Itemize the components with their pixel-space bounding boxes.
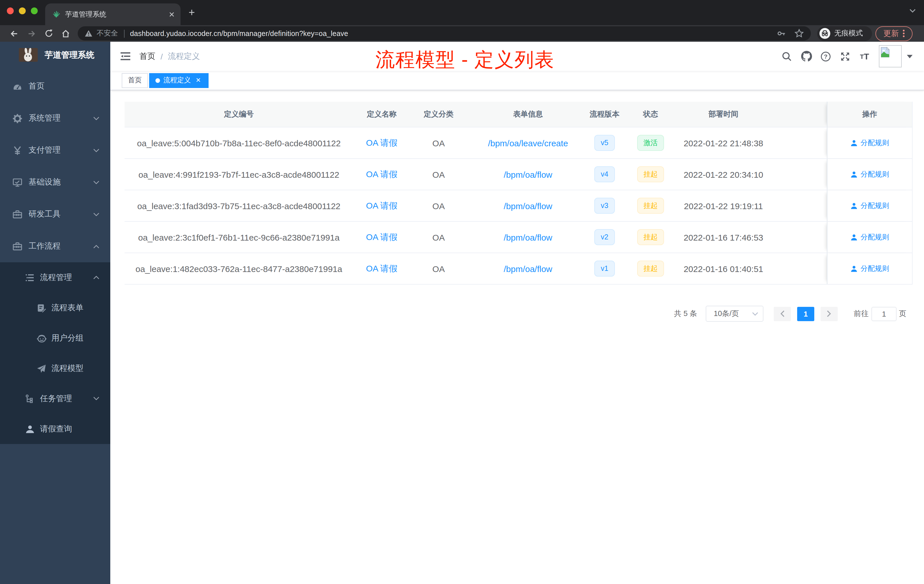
help-icon[interactable]: ?	[816, 42, 835, 71]
pagination-total: 共 5 条	[674, 308, 697, 319]
sidebar-item-支付管理[interactable]: 支付管理	[0, 134, 110, 166]
minimize-window-button[interactable]	[19, 7, 26, 14]
sidebar-item-工作流程[interactable]: 工作流程	[0, 230, 110, 262]
logo-avatar	[19, 48, 38, 62]
definition-name-link[interactable]: OA 请假	[366, 169, 398, 178]
tab-title: 芋道管理系统	[65, 10, 106, 19]
cell-status: 挂起	[620, 166, 681, 182]
font-size-icon[interactable]: TT	[855, 42, 874, 71]
cell-deploy-time: 2022-01-22 21:48:38	[681, 138, 766, 148]
column-header-定义分类: 定义分类	[410, 109, 467, 119]
sidebar-item-流程表单[interactable]: 流程表单	[0, 292, 110, 323]
address-bar[interactable]: 不安全 dashboard.yudao.iocoder.cn/bpm/manag…	[78, 26, 811, 41]
cell-deploy-time: 2022-01-16 01:40:51	[681, 264, 766, 274]
browser-tab[interactable]: 芋道管理系统 ✕	[45, 3, 181, 25]
tag-label: 流程定义	[163, 76, 191, 85]
assign-rule-link[interactable]: 分配规则	[850, 138, 889, 148]
browser-update-button[interactable]: 更新	[875, 26, 912, 41]
sidebar-item-label: 研发工具	[28, 209, 61, 219]
close-window-button[interactable]	[7, 7, 14, 14]
form-link[interactable]: /bpm/oa/leave/create	[488, 138, 568, 148]
definition-name-link[interactable]: OA 请假	[366, 200, 398, 210]
sidebar-item-请假查询[interactable]: 请假查询	[0, 414, 110, 444]
sidebar-item-label: 用户分组	[51, 333, 83, 343]
sidebar-item-流程模型[interactable]: 流程模型	[0, 353, 110, 383]
home-button[interactable]	[57, 26, 74, 40]
version-badge: v1	[594, 261, 615, 277]
cell-status: 挂起	[620, 261, 681, 277]
next-page-button[interactable]	[820, 307, 838, 321]
breadcrumb-home[interactable]: 首页	[139, 51, 155, 61]
window-controls[interactable]	[7, 7, 38, 14]
tag-首页[interactable]: 首页	[122, 73, 148, 88]
sidebar-toggle-icon[interactable]	[120, 52, 130, 61]
chevron-down-icon	[93, 180, 99, 184]
bookmark-star-icon[interactable]	[794, 28, 804, 38]
back-button[interactable]	[6, 26, 23, 40]
sidebar-item-基础设施[interactable]: 基础设施	[0, 166, 110, 198]
sidebar-item-流程管理[interactable]: 流程管理	[0, 262, 110, 292]
cell-category: OA	[410, 201, 467, 211]
new-tab-button[interactable]: +	[188, 7, 195, 18]
zoom-window-button[interactable]	[31, 7, 38, 14]
definition-name-link[interactable]: OA 请假	[366, 137, 398, 147]
user-avatar[interactable]	[879, 45, 902, 68]
assign-rule-link[interactable]: 分配规则	[850, 264, 889, 274]
definition-name-link[interactable]: OA 请假	[366, 263, 398, 273]
assign-rule-link[interactable]: 分配规则	[850, 201, 889, 211]
chevron-up-icon	[93, 276, 99, 279]
forward-button[interactable]	[23, 26, 40, 40]
chevron-down-icon	[93, 116, 99, 120]
cell-form-info: /bpm/oa/flow	[467, 201, 589, 211]
assign-rule-link[interactable]: 分配规则	[850, 170, 889, 179]
sidebar-item-用户分组[interactable]: 用户分组	[0, 323, 110, 353]
form-link[interactable]: /bpm/oa/flow	[504, 232, 552, 242]
cell-definition-id: oa_leave:4:991f2193-7b7f-11ec-a3c8-acde4…	[125, 170, 353, 179]
page-size-value: 10条/页	[714, 308, 739, 319]
page-number-button[interactable]: 1	[797, 307, 814, 321]
avatar-caret-icon[interactable]	[907, 54, 912, 58]
reload-button[interactable]	[40, 26, 57, 40]
form-link[interactable]: /bpm/oa/flow	[504, 264, 552, 274]
app-title: 芋道管理系统	[45, 49, 94, 60]
cell-version: v2	[589, 229, 620, 245]
assign-rule-link[interactable]: 分配规则	[850, 232, 889, 242]
cell-definition-name: OA 请假	[353, 137, 410, 148]
form-link[interactable]: /bpm/oa/flow	[504, 201, 552, 211]
tab-close-icon[interactable]: ✕	[168, 11, 175, 18]
cell-status: 挂起	[620, 229, 681, 245]
column-header-状态: 状态	[620, 109, 681, 119]
cell-status: 激活	[620, 135, 681, 151]
sidebar-item-研发工具[interactable]: 研发工具	[0, 198, 110, 230]
security-label[interactable]: 不安全	[97, 28, 118, 38]
sidebar-item-任务管理[interactable]: 任务管理	[0, 383, 110, 414]
breadcrumb: 首页 / 流程定义	[139, 51, 200, 61]
browser-menu-icon[interactable]	[903, 30, 904, 37]
definition-name-link[interactable]: OA 请假	[366, 232, 398, 241]
page-size-select[interactable]: 10条/页	[706, 306, 764, 322]
fullscreen-icon[interactable]	[835, 42, 855, 71]
chevron-up-icon	[93, 244, 99, 248]
tab-search-chevron-icon[interactable]	[909, 8, 916, 13]
url-text[interactable]: dashboard.yudao.iocoder.cn/bpm/manager/d…	[130, 30, 348, 38]
omnibox-divider	[124, 30, 124, 38]
search-icon[interactable]	[777, 42, 797, 71]
tag-流程定义[interactable]: 流程定义✕	[149, 73, 209, 88]
sidebar-item-首页[interactable]: 首页	[0, 70, 110, 102]
sidebar-item-系统管理[interactable]: 系统管理	[0, 102, 110, 134]
sidebar-logo[interactable]: 芋道管理系统	[0, 42, 110, 68]
status-badge: 挂起	[637, 261, 664, 277]
security-warning-icon[interactable]	[84, 30, 92, 37]
sidebar: 芋道管理系统 首页系统管理支付管理基础设施研发工具工作流程流程管理流程表单用户分…	[0, 42, 110, 584]
github-icon[interactable]	[797, 42, 816, 71]
prev-page-button[interactable]	[774, 307, 791, 321]
cell-category: OA	[410, 232, 467, 242]
form-link[interactable]: /bpm/oa/flow	[504, 170, 552, 179]
sidebar-item-label: 系统管理	[28, 113, 61, 124]
password-key-icon[interactable]	[777, 28, 786, 38]
goto-page-input[interactable]: 1	[871, 307, 897, 321]
cell-definition-name: OA 请假	[353, 169, 410, 180]
plane-icon	[36, 364, 46, 373]
update-label[interactable]: 更新	[883, 28, 899, 39]
tag-close-icon[interactable]: ✕	[194, 77, 202, 84]
